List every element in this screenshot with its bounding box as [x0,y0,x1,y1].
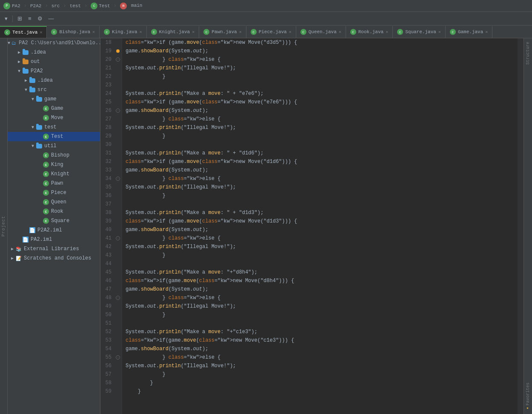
tree-label-move: Move [51,115,63,121]
sidebar-item-external-libraries[interactable]: ▶📚External Libraries [8,244,100,254]
tab-rook-java[interactable]: C Rook.java ✕ [346,26,393,38]
tab-close-knight-java[interactable]: ✕ [192,29,194,34]
tab-square-java[interactable]: C Square.java ✕ [393,26,446,38]
sidebar-item-p2a2-iml[interactable]: 📄P2A2.iml [8,226,100,235]
sidebar-item-util[interactable]: ▼util [8,141,100,151]
right-panel-spacer [524,68,532,379]
line-num-51: 51 [100,320,114,326]
sidebar-item-pa2-iml[interactable]: 📄PA2.iml [8,235,100,244]
tab-close-piece-java[interactable]: ✕ [289,29,292,34]
tree-label-out: out [31,59,40,65]
tree-arrow-game: ▼ [30,97,36,102]
code-line-25: class="kw">if (game.move(class="kw">new … [126,98,518,106]
tab-label-rook-java: Rook.java [358,29,383,34]
top-bar-pa2[interactable]: P PA2 [3,3,20,9]
tab-label-test-java: Test.java [12,30,37,35]
sidebar-item--idea[interactable]: ▶.idea [8,48,100,57]
code-line-42: System.out.println("Illegal Move!"); [126,243,518,251]
sidebar-item-scratches-and-consoles[interactable]: ▶📝Scratches and Consoles [8,254,100,263]
sidebar-item-king[interactable]: CKing [8,160,100,169]
sidebar-item--idea[interactable]: ▶.idea [8,76,100,85]
class-icon-pawn: C [43,180,49,186]
tab-close-rook-java[interactable]: ✕ [386,29,388,34]
sidebar-item-move[interactable]: CMove [8,113,100,123]
line-num-27: 27 [100,116,114,122]
line-num-38: 38 [100,210,114,216]
structure-panel-tab[interactable]: Structure [524,38,532,68]
main-content: Project ▼🗂PA2 C:\Users\and91\Downlo...▶.… [0,38,532,414]
project-side-label[interactable]: Project [0,38,8,414]
minimize-btn[interactable]: — [46,14,56,23]
tab-close-bishop-java[interactable]: ✕ [92,29,95,34]
favorites-panel-tab[interactable]: ★ Favorites [524,379,532,414]
sidebar-item-queen[interactable]: CQueen [8,197,100,207]
line-row-39: 39 [100,217,122,226]
line-row-33: 33 [100,166,122,174]
line-row-53: 53 [100,336,122,345]
top-bar-p2a2[interactable]: P2A2 [30,3,41,9]
code-line-53: class="kw">if(game.move(class="kw">new M… [126,336,518,345]
sidebar-item-rook[interactable]: CRook [8,207,100,216]
tab-close-test-java[interactable]: ✕ [40,30,42,35]
expand-btn[interactable]: ≡ [26,14,34,23]
tab-king-java[interactable]: C King.java ✕ [100,26,146,38]
sidebar-item-bishop[interactable]: CBishop [8,151,100,160]
tab-piece-java[interactable]: C Piece.java ✕ [246,26,296,38]
project-dropdown-btn[interactable]: ▾ [3,14,10,23]
iml-icon-p2a2.iml: 📄 [29,227,35,233]
tree-label-p2a2: P2A2 [31,68,43,74]
tab-queen-java[interactable]: C Queen.java ✕ [296,26,346,38]
tab-test-java[interactable]: C Test.java ✕ [0,26,47,38]
line-num-19: 19 [100,48,114,54]
line-row-32: 32 [100,157,122,166]
tab-knight-java[interactable]: C Knight.java ✕ [147,26,200,38]
tab-icon-piece-java: C [251,29,257,35]
iml-icon-pa2.iml: 📄 [23,237,29,243]
line-num-59: 59 [100,388,114,394]
sidebar-item-test[interactable]: CTest [8,132,100,141]
line-num-29: 29 [100,133,114,139]
sidebar-item-game[interactable]: ▼game [8,94,100,104]
pa2-icon: P [3,3,10,9]
code-line-36: } [126,191,518,200]
sidebar-item-src[interactable]: ▼src [8,85,100,94]
sidebar-item-pa2[interactable]: ▼🗂PA2 C:\Users\and91\Downlo... [8,38,100,48]
code-line-58: } [126,379,518,387]
tab-close-square-java[interactable]: ✕ [438,29,441,34]
sidebar-item-square[interactable]: CSquare [8,216,100,226]
tree-label-square: Square [51,218,69,224]
code-line-20: } class="kw">else { [126,55,518,64]
gutter-indicator-19 [114,49,122,53]
tab-icon-pawn-java: C [203,29,209,35]
line-row-48: 48○ [100,294,122,302]
settings-btn[interactable]: ⚙ [35,14,45,23]
tab-icon-king-java: C [104,29,110,35]
sidebar-item-game[interactable]: CGame [8,104,100,113]
tree-arrow-External Libraries: ▶ [9,246,15,251]
tab-pawn-java[interactable]: C Pawn.java ✕ [199,26,246,38]
tab-close-king-java[interactable]: ✕ [140,29,142,34]
tab-label-knight-java: Knight.java [159,29,190,34]
tab-close-queen-java[interactable]: ✕ [339,29,341,34]
sidebar-item-p2a2[interactable]: ▼P2A2 [8,66,100,76]
gutter-circle-34: ○ [116,177,120,181]
tab-game-java[interactable]: C Game.java ✕ [446,26,492,38]
sidebar-item-knight[interactable]: CKnight [8,169,100,179]
sidebar-item-piece[interactable]: CPiece [8,188,100,197]
sidebar-item-out[interactable]: ▶out [8,57,100,66]
tab-close-pawn-java[interactable]: ✕ [239,29,242,34]
code-line-57: } [126,370,518,379]
collapse-btn[interactable]: ⊞ [15,14,24,23]
top-bar-src[interactable]: src [51,3,60,9]
tab-bishop-java[interactable]: C Bishop.java ✕ [47,26,100,38]
top-bar-test[interactable]: test [70,3,81,9]
line-num-18: 18 [100,40,114,46]
line-num-22: 22 [100,74,114,80]
sidebar-item-pawn[interactable]: CPawn [8,179,100,188]
tab-close-game-java[interactable]: ✕ [485,29,488,34]
tab-icon-test-java: C [4,29,10,35]
sidebar-item-test[interactable]: ▼test [8,123,100,132]
line-row-43: 43 [100,251,122,260]
code-lines[interactable]: class="kw">if (game.move(class="kw">new … [122,38,518,414]
line-row-26: 26○ [100,106,122,115]
